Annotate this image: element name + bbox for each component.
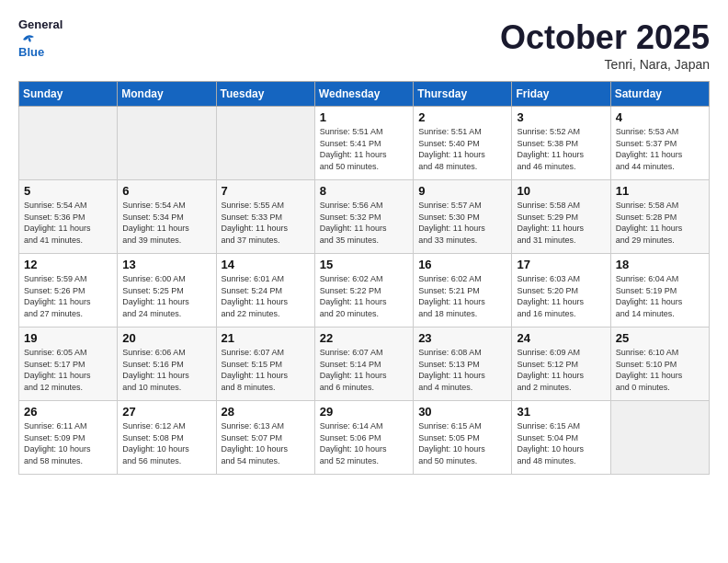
day-number: 3 [517, 110, 605, 124]
calendar-week-row: 26Sunrise: 6:11 AM Sunset: 5:09 PM Dayli… [19, 401, 710, 475]
day-info: Sunrise: 6:05 AM Sunset: 5:17 PM Dayligh… [24, 347, 112, 393]
calendar-cell: 30Sunrise: 6:15 AM Sunset: 5:05 PM Dayli… [414, 401, 512, 475]
calendar-cell: 16Sunrise: 6:02 AM Sunset: 5:21 PM Dayli… [414, 254, 512, 327]
day-info: Sunrise: 6:04 AM Sunset: 5:19 PM Dayligh… [616, 273, 704, 319]
day-info: Sunrise: 6:12 AM Sunset: 5:08 PM Dayligh… [122, 420, 210, 466]
calendar-cell: 29Sunrise: 6:14 AM Sunset: 5:06 PM Dayli… [314, 401, 413, 475]
day-info: Sunrise: 6:15 AM Sunset: 5:05 PM Dayligh… [418, 420, 506, 466]
day-number: 5 [24, 184, 112, 198]
calendar-cell: 4Sunrise: 5:53 AM Sunset: 5:37 PM Daylig… [610, 107, 709, 180]
day-info: Sunrise: 5:51 AM Sunset: 5:41 PM Dayligh… [320, 126, 408, 172]
day-info: Sunrise: 6:08 AM Sunset: 5:13 PM Dayligh… [418, 347, 506, 393]
day-number: 7 [222, 184, 310, 198]
day-info: Sunrise: 5:58 AM Sunset: 5:28 PM Dayligh… [616, 200, 704, 246]
calendar-cell: 17Sunrise: 6:03 AM Sunset: 5:20 PM Dayli… [512, 254, 610, 327]
calendar-cell: 14Sunrise: 6:01 AM Sunset: 5:24 PM Dayli… [216, 254, 314, 327]
weekday-header: Saturday [610, 82, 709, 107]
day-number: 23 [418, 331, 506, 345]
calendar-cell: 7Sunrise: 5:55 AM Sunset: 5:33 PM Daylig… [216, 180, 314, 254]
logo: General Blue [18, 18, 53, 53]
day-info: Sunrise: 5:54 AM Sunset: 5:34 PM Dayligh… [122, 200, 210, 246]
day-number: 2 [418, 110, 506, 124]
calendar-cell: 26Sunrise: 6:11 AM Sunset: 5:09 PM Dayli… [19, 401, 118, 475]
calendar-cell: 12Sunrise: 5:59 AM Sunset: 5:26 PM Dayli… [19, 254, 118, 327]
day-number: 30 [418, 405, 506, 419]
calendar-cell: 25Sunrise: 6:10 AM Sunset: 5:10 PM Dayli… [610, 327, 709, 401]
day-info: Sunrise: 6:06 AM Sunset: 5:16 PM Dayligh… [122, 347, 210, 393]
calendar-cell: 22Sunrise: 6:07 AM Sunset: 5:14 PM Dayli… [314, 327, 413, 401]
calendar-body: 1Sunrise: 5:51 AM Sunset: 5:41 PM Daylig… [19, 107, 710, 475]
calendar-cell: 15Sunrise: 6:02 AM Sunset: 5:22 PM Dayli… [314, 254, 413, 327]
location: Tenri, Nara, Japan [500, 57, 710, 72]
day-info: Sunrise: 6:03 AM Sunset: 5:20 PM Dayligh… [517, 273, 605, 319]
calendar-cell [216, 107, 314, 180]
title-block: October 2025 Tenri, Nara, Japan [500, 18, 710, 72]
calendar-cell [610, 401, 709, 475]
day-number: 17 [517, 258, 605, 271]
day-number: 9 [418, 184, 506, 198]
calendar-cell: 23Sunrise: 6:08 AM Sunset: 5:13 PM Dayli… [414, 327, 512, 401]
day-info: Sunrise: 5:58 AM Sunset: 5:29 PM Dayligh… [517, 200, 605, 246]
day-info: Sunrise: 6:11 AM Sunset: 5:09 PM Dayligh… [24, 420, 112, 466]
day-number: 21 [222, 331, 310, 345]
day-number: 16 [418, 258, 506, 271]
page-header: General Blue October 2025 Tenri, Nara, J… [18, 18, 710, 72]
day-info: Sunrise: 6:13 AM Sunset: 5:07 PM Dayligh… [222, 420, 310, 466]
calendar-cell: 18Sunrise: 6:04 AM Sunset: 5:19 PM Dayli… [610, 254, 709, 327]
day-info: Sunrise: 6:10 AM Sunset: 5:10 PM Dayligh… [616, 347, 704, 393]
logo-bird-icon [19, 34, 34, 45]
day-info: Sunrise: 5:51 AM Sunset: 5:40 PM Dayligh… [418, 126, 506, 172]
day-info: Sunrise: 5:52 AM Sunset: 5:38 PM Dayligh… [517, 126, 605, 172]
day-number: 27 [122, 405, 210, 419]
day-number: 13 [122, 258, 210, 271]
day-number: 15 [320, 258, 408, 271]
calendar-cell: 9Sunrise: 5:57 AM Sunset: 5:30 PM Daylig… [414, 180, 512, 254]
calendar-cell: 13Sunrise: 6:00 AM Sunset: 5:25 PM Dayli… [118, 254, 216, 327]
calendar-cell [19, 107, 118, 180]
calendar-cell: 19Sunrise: 6:05 AM Sunset: 5:17 PM Dayli… [19, 327, 118, 401]
calendar-cell: 8Sunrise: 5:56 AM Sunset: 5:32 PM Daylig… [314, 180, 413, 254]
day-info: Sunrise: 5:55 AM Sunset: 5:33 PM Dayligh… [222, 200, 310, 246]
calendar-cell: 3Sunrise: 5:52 AM Sunset: 5:38 PM Daylig… [512, 107, 610, 180]
day-number: 25 [616, 331, 704, 345]
day-info: Sunrise: 6:02 AM Sunset: 5:22 PM Dayligh… [320, 273, 408, 319]
calendar-week-row: 1Sunrise: 5:51 AM Sunset: 5:41 PM Daylig… [19, 107, 710, 180]
calendar-cell: 31Sunrise: 6:15 AM Sunset: 5:04 PM Dayli… [512, 401, 610, 475]
logo-general: General [18, 17, 63, 31]
day-number: 8 [320, 184, 408, 198]
day-number: 29 [320, 405, 408, 419]
day-number: 1 [320, 110, 408, 124]
calendar-cell: 5Sunrise: 5:54 AM Sunset: 5:36 PM Daylig… [19, 180, 118, 254]
day-info: Sunrise: 5:56 AM Sunset: 5:32 PM Dayligh… [320, 200, 408, 246]
calendar-cell: 21Sunrise: 6:07 AM Sunset: 5:15 PM Dayli… [216, 327, 314, 401]
day-number: 6 [122, 184, 210, 198]
calendar-week-row: 19Sunrise: 6:05 AM Sunset: 5:17 PM Dayli… [19, 327, 710, 401]
calendar-header-row: SundayMondayTuesdayWednesdayThursdayFrid… [19, 82, 710, 107]
calendar-table: SundayMondayTuesdayWednesdayThursdayFrid… [18, 81, 710, 475]
day-number: 31 [517, 405, 605, 419]
day-number: 28 [222, 405, 310, 419]
day-info: Sunrise: 6:02 AM Sunset: 5:21 PM Dayligh… [418, 273, 506, 319]
weekday-header: Wednesday [314, 82, 413, 107]
calendar-cell: 6Sunrise: 5:54 AM Sunset: 5:34 PM Daylig… [118, 180, 216, 254]
day-info: Sunrise: 6:14 AM Sunset: 5:06 PM Dayligh… [320, 420, 408, 466]
weekday-header: Sunday [19, 82, 118, 107]
calendar-cell: 2Sunrise: 5:51 AM Sunset: 5:40 PM Daylig… [414, 107, 512, 180]
weekday-header: Friday [512, 82, 610, 107]
day-number: 26 [24, 405, 112, 419]
day-info: Sunrise: 6:09 AM Sunset: 5:12 PM Dayligh… [517, 347, 605, 393]
day-number: 4 [616, 110, 704, 124]
day-info: Sunrise: 6:00 AM Sunset: 5:25 PM Dayligh… [122, 273, 210, 319]
day-number: 12 [24, 258, 112, 271]
calendar-cell: 27Sunrise: 6:12 AM Sunset: 5:08 PM Dayli… [118, 401, 216, 475]
day-number: 24 [517, 331, 605, 345]
weekday-header: Monday [118, 82, 216, 107]
calendar-week-row: 5Sunrise: 5:54 AM Sunset: 5:36 PM Daylig… [19, 180, 710, 254]
calendar-cell: 11Sunrise: 5:58 AM Sunset: 5:28 PM Dayli… [610, 180, 709, 254]
calendar-cell: 1Sunrise: 5:51 AM Sunset: 5:41 PM Daylig… [314, 107, 413, 180]
day-info: Sunrise: 5:53 AM Sunset: 5:37 PM Dayligh… [616, 126, 704, 172]
logo-blue: Blue [18, 46, 53, 60]
calendar-cell: 20Sunrise: 6:06 AM Sunset: 5:16 PM Dayli… [118, 327, 216, 401]
calendar-cell: 10Sunrise: 5:58 AM Sunset: 5:29 PM Dayli… [512, 180, 610, 254]
day-info: Sunrise: 6:01 AM Sunset: 5:24 PM Dayligh… [222, 273, 310, 319]
